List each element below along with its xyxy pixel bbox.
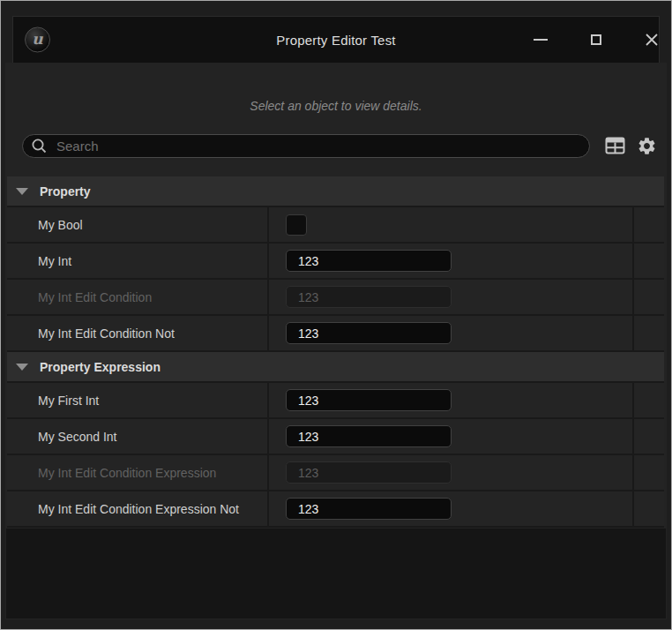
titlebar[interactable]: u Property Editor Test: [12, 16, 660, 64]
property-value-cell: [269, 280, 634, 314]
property-row-my-int-edit-condition: My Int Edit Condition: [7, 280, 664, 316]
chevron-down-icon: [16, 188, 28, 195]
property-editor-window: u Property Editor Test Select an object …: [0, 0, 672, 630]
property-value-cell: [269, 491, 634, 526]
property-value-cell: [269, 244, 634, 278]
close-icon: [645, 33, 659, 47]
section-header-property-expression[interactable]: Property Expression: [7, 352, 664, 383]
property-value-cell: [269, 455, 634, 490]
logo-glyph: u: [32, 32, 42, 47]
chevron-down-icon: [16, 364, 28, 371]
property-label: My Int: [38, 254, 71, 268]
int-field-my-int-edit-condition-expression-not[interactable]: [286, 498, 452, 520]
settings-gear-icon: [637, 136, 657, 156]
int-field-my-int[interactable]: [286, 250, 452, 272]
checkbox-my-bool[interactable]: [286, 214, 307, 236]
maximize-icon: [591, 34, 601, 45]
property-name-cell: My Int Edit Condition Expression: [7, 455, 269, 490]
property-value-cell: [269, 316, 634, 350]
row-extra-cell: [634, 419, 664, 454]
table-view-button[interactable]: [601, 133, 628, 158]
section-label: Property Expression: [40, 360, 161, 374]
property-label: My Int Edit Condition: [38, 290, 152, 304]
row-extra-cell: [634, 455, 664, 490]
row-extra-cell: [634, 280, 664, 314]
window-title: Property Editor Test: [276, 33, 395, 48]
search-icon: [31, 138, 48, 154]
section-label: Property: [40, 184, 91, 199]
property-row-my-int: My Int: [7, 244, 664, 280]
row-extra-cell: [634, 244, 664, 278]
property-value-cell: [269, 419, 634, 454]
property-label: My Second Int: [38, 430, 117, 444]
search-input[interactable]: [55, 138, 589, 154]
minimize-button[interactable]: [526, 17, 556, 63]
row-extra-cell: [634, 383, 664, 417]
section-header-property[interactable]: Property: [7, 176, 664, 207]
maximize-button[interactable]: [581, 17, 611, 63]
minimize-icon: [534, 39, 548, 41]
property-name-cell: My Int Edit Condition Expression Not: [7, 491, 269, 526]
row-extra-cell: [634, 207, 664, 242]
property-label: My Int Edit Condition Expression: [38, 466, 216, 480]
property-value-cell: [269, 207, 634, 242]
property-row-my-second-int: My Second Int: [7, 419, 664, 455]
property-value-cell: [269, 383, 634, 417]
details-panel: Select an object to view details. Proper…: [5, 63, 667, 619]
int-field-my-int-edit-condition-expression: [286, 461, 452, 484]
int-field-my-first-int[interactable]: [286, 389, 452, 411]
int-field-my-int-edit-condition: [286, 286, 452, 308]
property-label: My Int Edit Condition Not: [38, 326, 175, 341]
property-row-my-bool: My Bool: [7, 207, 664, 244]
property-label: My Bool: [38, 218, 83, 232]
select-object-hint: Select an object to view details.: [5, 99, 667, 113]
property-row-my-int-edit-condition-not: My Int Edit Condition Not: [7, 316, 664, 352]
property-grid: PropertyMy BoolMy IntMy Int Edit Conditi…: [7, 176, 664, 528]
search-bar[interactable]: [22, 134, 590, 158]
property-name-cell: My Int: [7, 244, 269, 278]
property-name-cell: My Int Edit Condition Not: [7, 316, 269, 350]
property-row-my-int-edit-condition-expression-not: My Int Edit Condition Expression Not: [7, 491, 664, 528]
property-name-cell: My Int Edit Condition: [7, 280, 269, 314]
property-row-my-int-edit-condition-expression: My Int Edit Condition Expression: [7, 455, 664, 491]
property-name-cell: My Second Int: [7, 419, 269, 454]
property-label: My First Int: [38, 394, 99, 408]
unreal-engine-logo-icon: u: [25, 27, 50, 53]
row-extra-cell: [634, 316, 664, 350]
property-name-cell: My First Int: [7, 383, 269, 417]
table-view-icon: [605, 137, 625, 154]
int-field-my-second-int[interactable]: [286, 425, 452, 447]
row-extra-cell: [634, 491, 664, 526]
property-row-my-first-int: My First Int: [7, 383, 664, 419]
property-name-cell: My Bool: [7, 207, 269, 242]
empty-details-area: [6, 529, 666, 619]
close-button[interactable]: [637, 17, 667, 63]
property-label: My Int Edit Condition Expression Not: [38, 502, 239, 516]
int-field-my-int-edit-condition-not[interactable]: [286, 322, 452, 344]
settings-button[interactable]: [633, 133, 660, 158]
